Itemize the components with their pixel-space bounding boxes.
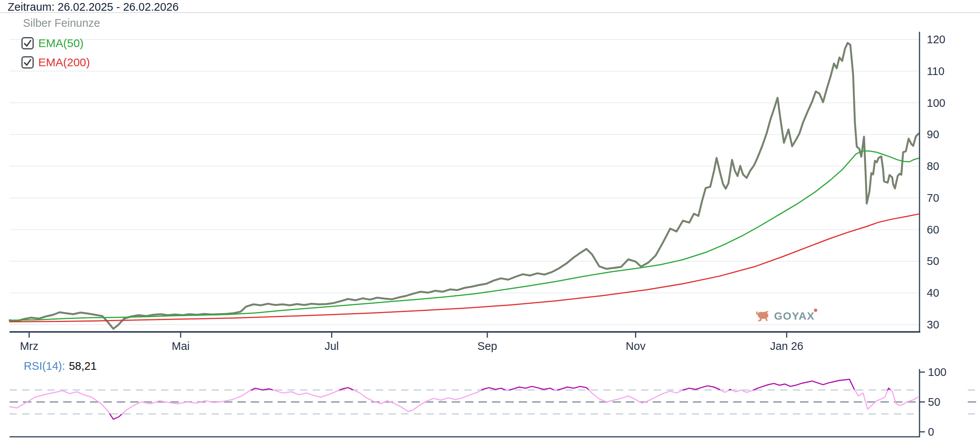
instrument-label: Silber Feinunze	[23, 17, 100, 29]
bull-icon	[755, 310, 770, 322]
rsi-y-tick-label: 0	[928, 426, 934, 438]
main-y-tick-label: 40	[927, 287, 939, 299]
month-tick-label: Mrz	[20, 340, 38, 352]
rsi-line	[589, 390, 683, 403]
series-line-silber-feinunze	[10, 43, 919, 329]
rsi-line	[891, 390, 918, 406]
rsi-line	[354, 390, 482, 412]
checkmark-icon	[23, 57, 33, 67]
rsi-line	[855, 390, 888, 409]
ema200-checkbox[interactable]	[21, 56, 34, 69]
rsi-value: 58,21	[69, 360, 97, 372]
month-tick-label: Sep	[477, 340, 497, 352]
month-tick-label: Nov	[626, 340, 646, 352]
ema200-label: EMA(200)	[38, 56, 90, 69]
rsi-line-extreme	[252, 388, 263, 390]
legend-item-ema200[interactable]: EMA(200)	[21, 55, 90, 70]
rsi-y-tick-label: 50	[928, 396, 940, 408]
checkmark-icon	[23, 38, 33, 48]
rsi-caption: RSI(14):58,21	[24, 360, 97, 372]
main-y-tick-label: 90	[927, 128, 939, 140]
main-y-tick-label: 50	[927, 255, 939, 267]
main-y-tick-label: 110	[927, 65, 944, 77]
main-y-tick-label: 100	[927, 97, 945, 109]
main-y-tick-label: 80	[927, 160, 939, 172]
rsi-line-extreme	[683, 386, 720, 390]
main-y-tick-label: 120	[927, 33, 945, 46]
rsi-line	[273, 390, 340, 397]
main-y-tick-label: 30	[927, 318, 939, 331]
goyax-logo-text: GOYAX	[774, 310, 815, 322]
month-tick-label: Jan 26	[770, 340, 803, 352]
month-tick-label: Jul	[325, 340, 339, 352]
goyax-watermark: GOYAX	[755, 310, 815, 322]
rsi-line-extreme	[110, 414, 122, 419]
rsi-line	[720, 390, 729, 392]
main-y-tick-label: 70	[927, 192, 939, 204]
price-chart-canvas[interactable]: 12011010090807060504030MrzMaiJulSepNovJa…	[0, 0, 980, 441]
rsi-line-extreme	[340, 388, 353, 390]
chart-widget: Zeitraum: 26.02.2025 - 26.02.2026 Silber…	[0, 0, 980, 441]
rsi-y-tick-label: 100	[928, 366, 946, 378]
ema50-label: EMA(50)	[38, 37, 83, 49]
goyax-logo-dot	[814, 309, 817, 312]
rsi-indicator-label: RSI(14):	[24, 360, 65, 372]
main-y-tick-label: 60	[927, 224, 939, 236]
date-range-label: Zeitraum: 26.02.2025 - 26.02.2026	[8, 1, 179, 13]
legend-item-ema50[interactable]: EMA(50)	[21, 36, 83, 51]
rsi-line-extreme	[753, 379, 855, 390]
series-line-ema-50-	[10, 151, 919, 320]
ema50-checkbox[interactable]	[21, 37, 34, 49]
series-line-ema-200-	[10, 214, 919, 322]
month-tick-label: Mai	[172, 340, 190, 352]
